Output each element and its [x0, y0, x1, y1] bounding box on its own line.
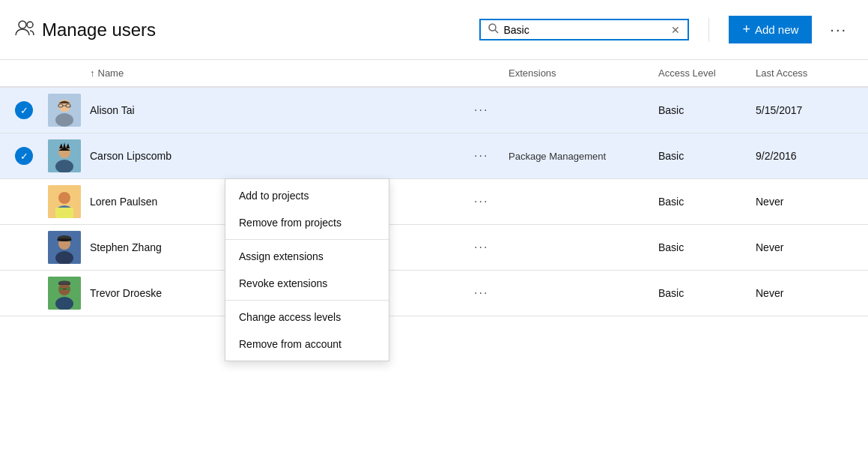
user-last-access: Never [756, 241, 853, 253]
user-extensions: Package Management [509, 151, 658, 162]
table-row[interactable]: ✓ Alison Tai ··· [0, 88, 868, 133]
users-table: ↑ Name Extensions Access Level Last Acce… [0, 60, 868, 316]
title-area: Manage users [15, 18, 156, 42]
user-access-level: Basic [658, 287, 756, 299]
row-menu-cell[interactable]: ··· [471, 102, 509, 118]
row-menu-button[interactable]: ··· [471, 148, 491, 164]
svg-rect-29 [59, 288, 63, 290]
user-access-level: Basic [658, 150, 756, 162]
svg-rect-30 [66, 288, 70, 290]
add-new-button[interactable]: + Add new [729, 16, 812, 43]
context-menu-item-assign-extensions[interactable]: Assign extensions [225, 243, 389, 270]
table-row[interactable]: Stephen Zhang ··· Basic Never [0, 225, 868, 271]
user-last-access: Never [756, 196, 853, 208]
user-access-level: Basic [658, 241, 756, 253]
user-access-level: Basic [658, 104, 756, 116]
svg-point-2 [489, 24, 496, 31]
header-extensions: Extensions [509, 67, 658, 79]
svg-point-1 [27, 22, 33, 28]
header-access-level: Access Level [658, 67, 756, 79]
row-menu-button[interactable]: ··· [471, 239, 491, 256]
check-circle: ✓ [15, 101, 33, 119]
svg-point-6 [55, 113, 73, 127]
avatar [48, 231, 90, 264]
table-row[interactable]: ✓ Carson Lipscomb ··· Package Management… [0, 133, 868, 179]
check-circle: ✓ [15, 147, 33, 165]
context-menu-divider-2 [225, 300, 389, 301]
more-options-button[interactable]: ··· [824, 18, 853, 41]
avatar [48, 94, 90, 127]
avatar [48, 185, 90, 218]
row-checkbox[interactable]: ✓ [15, 147, 48, 165]
row-menu-button[interactable]: ··· [471, 285, 491, 301]
row-checkbox[interactable]: ✓ [15, 101, 48, 119]
context-menu-item-change-access-levels[interactable]: Change access levels [225, 304, 389, 331]
svg-point-28 [58, 281, 70, 285]
svg-point-15 [58, 192, 70, 204]
table-header: ↑ Name Extensions Access Level Last Acce… [0, 60, 868, 88]
sort-icon: ↑ [90, 67, 95, 79]
avatar [48, 139, 90, 172]
header-name[interactable]: ↑ Name [90, 67, 471, 79]
svg-point-23 [57, 238, 72, 241]
context-menu-item-remove-from-projects[interactable]: Remove from projects [225, 209, 389, 236]
context-menu-divider [225, 239, 389, 240]
table-row[interactable]: Loren Paulsen ··· Basic Never [0, 179, 868, 225]
context-menu: Add to projects Remove from projects Ass… [225, 178, 389, 361]
search-divider [708, 18, 709, 42]
plus-icon: + [742, 22, 750, 37]
context-menu-item-revoke-extensions[interactable]: Revoke extensions [225, 270, 389, 297]
search-clear-button[interactable]: ✕ [671, 24, 680, 36]
context-menu-item-add-to-projects[interactable]: Add to projects [225, 182, 389, 209]
page-header: Manage users ✕ + Add new ··· [0, 0, 868, 60]
user-name: Alison Tai [90, 104, 471, 116]
row-menu-cell[interactable]: ··· [471, 148, 509, 164]
row-menu-button[interactable]: ··· [471, 193, 491, 210]
row-menu-button[interactable]: ··· [471, 102, 491, 118]
manage-users-icon [15, 18, 34, 42]
user-last-access: Never [756, 287, 853, 299]
search-icon [488, 23, 499, 36]
row-menu-cell[interactable]: ··· [471, 193, 509, 210]
user-name: Carson Lipscomb [90, 150, 471, 162]
avatar [48, 277, 90, 310]
user-access-level: Basic [658, 196, 756, 208]
svg-rect-17 [55, 208, 73, 218]
context-menu-item-remove-from-account[interactable]: Remove from account [225, 331, 389, 358]
table-row[interactable]: Trevor Droeske ··· Basic Never [0, 271, 868, 316]
page-title: Manage users [42, 19, 156, 40]
search-box[interactable]: ✕ [479, 19, 689, 40]
header-last-access: Last Access [756, 67, 853, 79]
user-last-access: 9/2/2016 [756, 150, 853, 162]
svg-point-0 [19, 21, 26, 28]
row-menu-cell[interactable]: ··· [471, 239, 509, 256]
svg-line-3 [495, 30, 498, 33]
add-new-label: Add new [755, 23, 798, 36]
user-last-access: 5/15/2017 [756, 104, 853, 116]
row-menu-cell[interactable]: ··· [471, 285, 509, 301]
search-input[interactable] [503, 24, 667, 36]
